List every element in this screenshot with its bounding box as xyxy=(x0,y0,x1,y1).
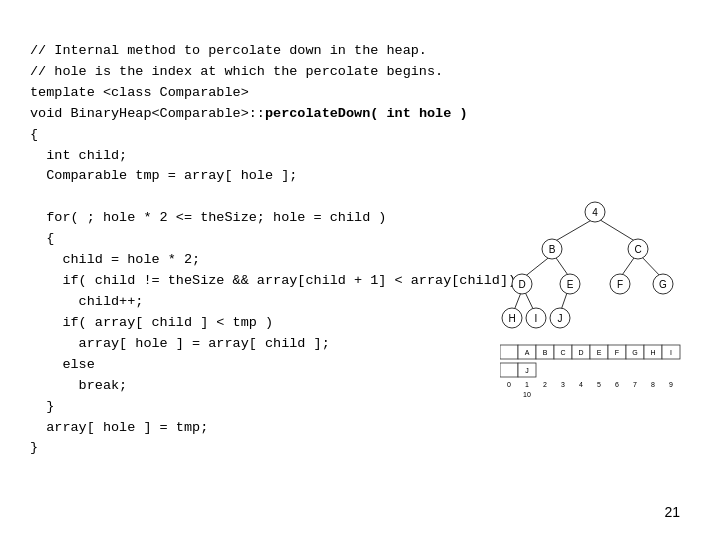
svg-text:E: E xyxy=(597,349,602,356)
svg-text:G: G xyxy=(632,349,637,356)
tree-svg: 4 B C D E F G H I J xyxy=(500,200,690,400)
code-line-19: array[ hole ] = tmp; xyxy=(30,420,208,435)
code-line-17: break; xyxy=(30,378,127,393)
code-line-15: array[ hole ] = array[ child ]; xyxy=(30,336,330,351)
code-line-14: if( array[ child ] < tmp ) xyxy=(30,315,273,330)
code-line-16: else xyxy=(30,357,95,372)
page-number: 21 xyxy=(664,504,680,520)
code-line-9: for( ; hole * 2 <= theSize; hole = child… xyxy=(30,210,386,225)
code-line-10: { xyxy=(30,231,54,246)
code-line-6: int child; xyxy=(30,148,127,163)
svg-text:J: J xyxy=(558,313,563,324)
svg-line-1 xyxy=(597,218,638,243)
svg-text:4: 4 xyxy=(579,381,583,388)
svg-text:E: E xyxy=(567,279,574,290)
svg-text:6: 6 xyxy=(615,381,619,388)
code-line-18: } xyxy=(30,399,54,414)
svg-text:10: 10 xyxy=(523,391,531,398)
svg-text:8: 8 xyxy=(651,381,655,388)
code-line-4-plain: void BinaryHeap<Comparable>:: xyxy=(30,106,265,121)
svg-rect-48 xyxy=(500,363,518,377)
svg-text:2: 2 xyxy=(543,381,547,388)
code-line-7: Comparable tmp = array[ hole ]; xyxy=(30,168,297,183)
tree-diagram: 4 B C D E F G H I J xyxy=(500,200,690,400)
code-line-20: } xyxy=(30,440,38,455)
svg-text:F: F xyxy=(617,279,623,290)
svg-text:J: J xyxy=(525,367,529,374)
svg-rect-29 xyxy=(500,345,518,359)
svg-text:D: D xyxy=(578,349,583,356)
svg-text:F: F xyxy=(615,349,619,356)
svg-text:G: G xyxy=(659,279,667,290)
code-line-5: { xyxy=(30,127,38,142)
code-line-11: child = hole * 2; xyxy=(30,252,200,267)
code-line-2: // hole is the index at which the percol… xyxy=(30,64,443,79)
svg-text:3: 3 xyxy=(561,381,565,388)
svg-text:I: I xyxy=(535,313,538,324)
svg-text:I: I xyxy=(670,349,672,356)
code-line-4: void BinaryHeap<Comparable>::percolateDo… xyxy=(30,106,468,121)
svg-text:B: B xyxy=(543,349,548,356)
svg-text:1: 1 xyxy=(525,381,529,388)
svg-text:9: 9 xyxy=(669,381,673,388)
code-line-3: template <class Comparable> xyxy=(30,85,249,100)
svg-text:7: 7 xyxy=(633,381,637,388)
svg-text:B: B xyxy=(549,244,556,255)
code-line-4-bold: percolateDown( int hole ) xyxy=(265,106,468,121)
svg-text:H: H xyxy=(508,313,515,324)
svg-text:C: C xyxy=(560,349,565,356)
code-line-12: if( child != theSize && array[child + 1]… xyxy=(30,273,516,288)
code-line-13: child++; xyxy=(30,294,143,309)
svg-text:4: 4 xyxy=(592,207,598,218)
svg-text:D: D xyxy=(518,279,525,290)
svg-text:H: H xyxy=(650,349,655,356)
code-line-1: // Internal method to percolate down in … xyxy=(30,43,427,58)
svg-text:A: A xyxy=(525,349,530,356)
svg-text:5: 5 xyxy=(597,381,601,388)
svg-text:C: C xyxy=(634,244,641,255)
svg-line-0 xyxy=(552,218,595,243)
svg-text:0: 0 xyxy=(507,381,511,388)
